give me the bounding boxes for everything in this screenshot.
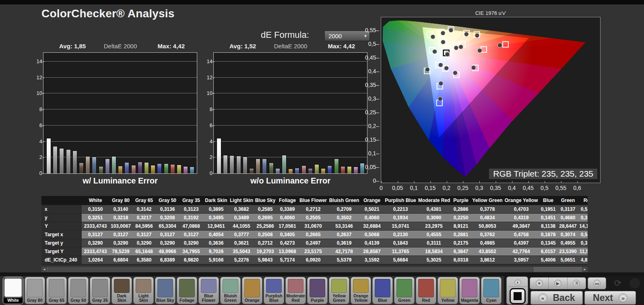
back-button[interactable]: « Back: [530, 291, 583, 305]
record-button-disabled: [630, 278, 640, 289]
swatch-yellow[interactable]: Yellow: [438, 277, 458, 304]
table-cell: 103,0067: [109, 222, 132, 230]
table-cell: 12,9451: [203, 222, 229, 230]
swatch-gray-65[interactable]: Gray 65: [46, 277, 67, 304]
swatch-gray-50[interactable]: Gray 50: [68, 277, 89, 304]
de-bar-red: [170, 164, 175, 173]
y-axis-tick-label: 2: [204, 154, 213, 160]
swatch-moderate-red[interactable]: Moderate Red: [285, 277, 306, 304]
cie-x-tick-label: 0: [372, 185, 390, 191]
de-formula-dropdown[interactable]: 2000 ▼: [324, 31, 370, 41]
table-cell: 0,3142: [132, 205, 156, 213]
scroll-left-button[interactable]: ◄: [41, 267, 47, 272]
table-horizontal-scrollbar[interactable]: ◄ ►: [41, 267, 588, 272]
swatch-white[interactable]: White: [3, 277, 23, 304]
de-bar-gray-80: [53, 146, 58, 173]
table-cell: 65,1648: [132, 247, 156, 256]
row-label: y: [41, 213, 82, 222]
swatch-gray-35[interactable]: Gray 35: [90, 277, 110, 304]
table-cell: 0,2505: [298, 213, 328, 222]
column-header: Purplish Blue: [384, 196, 417, 205]
swatch-label: Magenta: [460, 298, 479, 304]
column-header: Yellow Green: [471, 196, 504, 205]
swatch-yellow-green[interactable]: Yellow Green: [329, 277, 349, 304]
swatch-dark-skin[interactable]: Dark Skin: [111, 277, 132, 304]
y-axis-tick-label: 2: [34, 154, 42, 160]
de-bar-orange-yellow: [151, 165, 155, 173]
table-cell: 0,1451: [539, 213, 557, 222]
swatch-label: Blue: [373, 298, 392, 304]
table-cell: 5,9166: [203, 256, 229, 264]
swatch-green[interactable]: Green: [394, 277, 415, 304]
table-cell: 0,3502: [328, 213, 360, 222]
swatch-orange-yellow[interactable]: Orange Yellow: [351, 277, 371, 304]
measured-dot: [475, 33, 479, 38]
table-cell: 47,0868: [179, 222, 203, 230]
swatch-bluish-green[interactable]: Bluish Green: [220, 277, 241, 304]
de-bar-blue-sky: [262, 159, 267, 173]
scrollbar-thumb[interactable]: [47, 267, 534, 272]
chart-max-label: Max: 4,42: [157, 43, 185, 49]
cie-x-tick-label: 0,35: [487, 185, 504, 191]
swatch-red[interactable]: Red: [416, 277, 436, 304]
de-bar-bluish-green: [282, 155, 287, 173]
play-button[interactable]: ▶: [549, 278, 567, 289]
column-header: Red: [578, 196, 588, 205]
column-header: Blue: [539, 196, 557, 205]
swatch-color-chip: [49, 279, 64, 297]
table-cell: 0,3290: [156, 239, 179, 247]
de-bar-gray-65: [229, 155, 234, 173]
column-header: Light Skin: [229, 196, 254, 205]
swatch-blue-flower[interactable]: Blue Flower: [198, 277, 219, 304]
table-cell: 0,2886: [450, 205, 471, 213]
refresh-icon: ⟳: [614, 278, 621, 289]
swatch-color-chip: [331, 279, 347, 293]
stop-button[interactable]: ■: [530, 278, 549, 289]
table-row: Target Y2333,474378,523965,164848,996634…: [41, 247, 588, 256]
table-cell: 0,4555: [417, 230, 450, 239]
de-bar-red: [341, 166, 345, 173]
swatch-label: Orange Yellow: [351, 294, 371, 304]
swatch-light-skin[interactable]: Light Skin: [133, 277, 154, 304]
y-axis-tick-label: 10: [204, 90, 213, 96]
continuous-measure-button[interactable]: ∞: [588, 277, 606, 289]
top-strip: [0, 0, 644, 4]
swatch-foliage[interactable]: Foliage: [177, 277, 197, 304]
table-cell: 84,5956: [132, 222, 156, 230]
table-cell: 14,1744: [578, 222, 588, 230]
cie-x-tick-label: 0,4: [503, 185, 521, 191]
table-cell: 5,4006: [539, 256, 557, 264]
table-cell: 0,3762: [471, 230, 504, 239]
swatch-cyan[interactable]: Cyan: [481, 277, 502, 304]
de-bar-orange: [288, 169, 293, 173]
de-bar-gray-35: [243, 157, 248, 173]
measured-dot: [454, 46, 458, 50]
collapse-button[interactable]: ▲: [508, 278, 527, 287]
next-button[interactable]: Next »: [584, 291, 636, 305]
swatch-gray-80[interactable]: Gray 80: [25, 277, 45, 304]
swatch-purplish-blue[interactable]: Purplish Blue: [264, 277, 284, 304]
de-bar-purplish-blue: [295, 168, 299, 173]
de-formula-value: 2000: [325, 33, 361, 39]
chart-frame: [213, 52, 367, 174]
swatch-purple[interactable]: Purple: [307, 277, 328, 304]
scroll-right-button[interactable]: ►: [582, 267, 588, 272]
table-cell: 0,3290: [179, 239, 203, 247]
swatch-blue-sky[interactable]: Blue Sky: [155, 277, 175, 304]
table-cell: 0,2130: [384, 230, 417, 239]
swatch-orange[interactable]: Orange: [242, 277, 262, 304]
chart-max-label: Max: 4,42: [328, 43, 355, 49]
table-cell: 0,3127: [132, 230, 156, 239]
step-button[interactable]: [‖]: [568, 278, 586, 289]
table-cell: 49,3847: [504, 222, 539, 230]
column-header: Blue Flower: [298, 196, 328, 205]
table-cell: 0,3192: [179, 213, 203, 222]
table-cell: 8,1138: [539, 222, 557, 230]
rgb-triplet-readout: RGB Triplet: 235, 235, 235: [489, 169, 597, 179]
table-cell: 0,4273: [277, 239, 298, 247]
table-cell: 0,2213: [384, 205, 417, 213]
swatch-magenta[interactable]: Magenta: [459, 277, 480, 304]
de-bar-purple: [138, 162, 142, 173]
pattern-window-button[interactable]: [510, 288, 526, 304]
swatch-blue[interactable]: Blue: [372, 277, 393, 304]
